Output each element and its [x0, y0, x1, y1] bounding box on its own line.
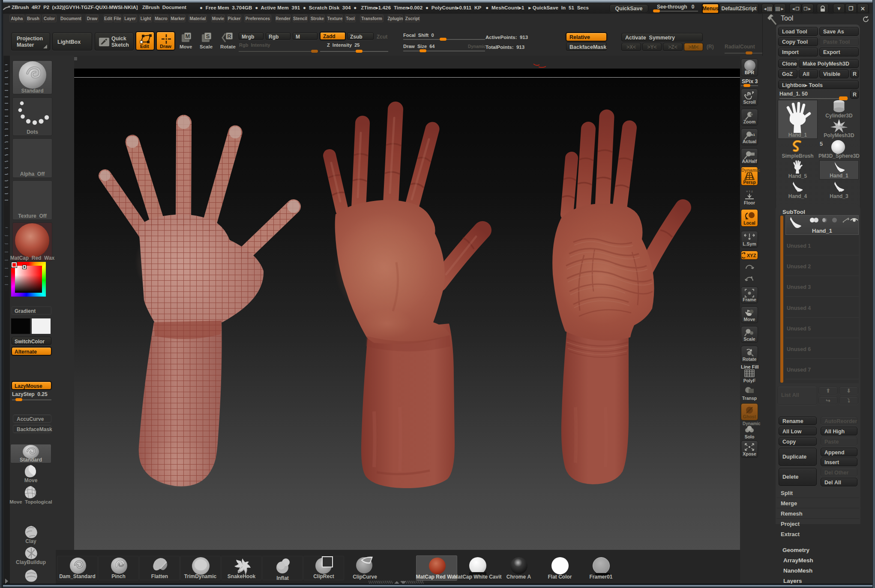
svg-text:M: M: [186, 33, 190, 39]
svg-text:x1: x1: [751, 133, 755, 137]
svg-text:XYZ: XYZ: [747, 253, 756, 258]
svg-text:S: S: [206, 33, 210, 39]
svg-text:R: R: [227, 33, 231, 39]
